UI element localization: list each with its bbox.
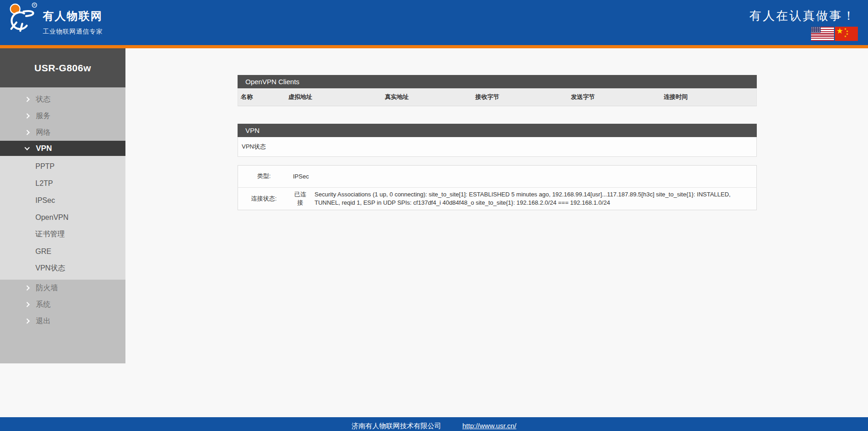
footer-company: 济南有人物联网技术有限公司: [352, 422, 441, 431]
col-name: 名称: [238, 88, 286, 106]
chevron-right-icon: [24, 318, 29, 323]
col-bytes-received: 接收字节: [473, 88, 568, 106]
detail-row-connection-status: 连接状态: 已连接 Security Associations (1 up, 0…: [238, 187, 757, 210]
language-switcher: ★ ★ ★ ★ ★: [811, 27, 858, 41]
vpn-panel: VPN VPN状态: [238, 124, 757, 157]
vpn-status-caption: VPN状态: [242, 143, 266, 151]
device-name-header: USR-G806w: [0, 48, 125, 87]
brand-subtitle: 工业物联网通信专家: [43, 28, 103, 36]
sidebar-item-gre[interactable]: GRE: [0, 243, 125, 260]
us-flag-canton: [811, 27, 821, 33]
vpn-submenu: PPTP L2TP IPSec OpenVPN 证书管理 GRE VPN状态: [0, 156, 125, 280]
sidebar-item-cert-management[interactable]: 证书管理: [0, 226, 125, 243]
chevron-right-icon: [24, 113, 29, 118]
chevron-right-icon: [24, 97, 29, 102]
svg-text:R: R: [34, 3, 36, 6]
sidebar-item-firewall[interactable]: 防火墙: [0, 280, 125, 296]
connection-status-badge: 已连接: [290, 187, 311, 210]
sidebar-item-services[interactable]: 服务: [0, 108, 125, 124]
type-value: IPSec: [290, 165, 757, 187]
main-content: OpenVPN Clients 名称 虚拟地址 真实地址 接收字节 发送字节 连…: [238, 75, 757, 210]
accent-divider: [0, 45, 868, 48]
brand-title: 有人物联网: [43, 9, 103, 23]
col-connect-time: 连接时间: [661, 88, 757, 106]
sidebar-item-network[interactable]: 网络: [0, 124, 125, 141]
vpn-status-caption-row: VPN状态: [238, 137, 757, 157]
sidebar-item-l2tp[interactable]: L2TP: [0, 175, 125, 192]
chevron-right-icon: [24, 130, 29, 135]
sidebar-item-pptp[interactable]: PPTP: [0, 158, 125, 175]
sidebar-item-openvpn[interactable]: OpenVPN: [0, 209, 125, 226]
header-slogan: 有人在认真做事！: [749, 8, 856, 24]
footer: 济南有人物联网技术有限公司 http://www.usr.cn/: [0, 417, 868, 431]
chevron-right-icon: [24, 285, 29, 290]
top-header: R 有人物联网 工业物联网通信专家 有人在认真做事！ ★ ★ ★ ★ ★: [0, 0, 868, 45]
vpn-details-table: 类型: IPSec 连接状态: 已连接 Security Association…: [238, 165, 757, 210]
openvpn-clients-title: OpenVPN Clients: [238, 75, 757, 88]
col-real-address: 真实地址: [382, 88, 473, 106]
sidebar-item-ipsec[interactable]: IPSec: [0, 192, 125, 209]
chevron-down-icon: [24, 145, 29, 150]
sidebar-menu: 状态 服务 网络 VPN PPTP L2TP IPSec OpenVPN: [0, 87, 125, 329]
type-label: 类型:: [238, 165, 290, 187]
brand-block: 有人物联网 工业物联网通信专家: [43, 9, 103, 36]
openvpn-clients-panel: OpenVPN Clients 名称 虚拟地址 真实地址 接收字节 发送字节 连…: [238, 75, 757, 106]
sidebar-item-status[interactable]: 状态: [0, 91, 125, 108]
us-flag-icon[interactable]: [811, 27, 834, 41]
openvpn-clients-table: 名称 虚拟地址 真实地址 接收字节 发送字节 连接时间: [238, 88, 757, 106]
sidebar-item-logout[interactable]: 退出: [0, 313, 125, 329]
detail-row-type: 类型: IPSec: [238, 165, 757, 187]
table-header-row: 名称 虚拟地址 真实地址 接收字节 发送字节 连接时间: [238, 88, 757, 106]
sidebar: USR-G806w 状态 服务 网络 VPN PPTP L2TP IPSec: [0, 48, 125, 363]
footer-url-link[interactable]: http://www.usr.cn/: [462, 422, 516, 431]
col-virtual-address: 虚拟地址: [286, 88, 382, 106]
cn-flag-star: ★: [836, 27, 843, 36]
vpn-panel-title: VPN: [238, 124, 757, 137]
connection-status-value: Security Associations (1 up, 0 connectin…: [311, 187, 757, 210]
device-name: USR-G806w: [34, 63, 91, 74]
connection-status-label: 连接状态:: [238, 187, 290, 210]
col-bytes-sent: 发送字节: [568, 88, 661, 106]
sidebar-item-vpn-status[interactable]: VPN状态: [0, 260, 125, 277]
usr-logo-icon: R: [6, 2, 38, 34]
cn-flag-icon[interactable]: ★ ★ ★ ★ ★: [835, 27, 858, 41]
sidebar-item-system[interactable]: 系统: [0, 296, 125, 313]
chevron-right-icon: [24, 302, 29, 307]
sidebar-item-vpn[interactable]: VPN: [0, 141, 125, 156]
